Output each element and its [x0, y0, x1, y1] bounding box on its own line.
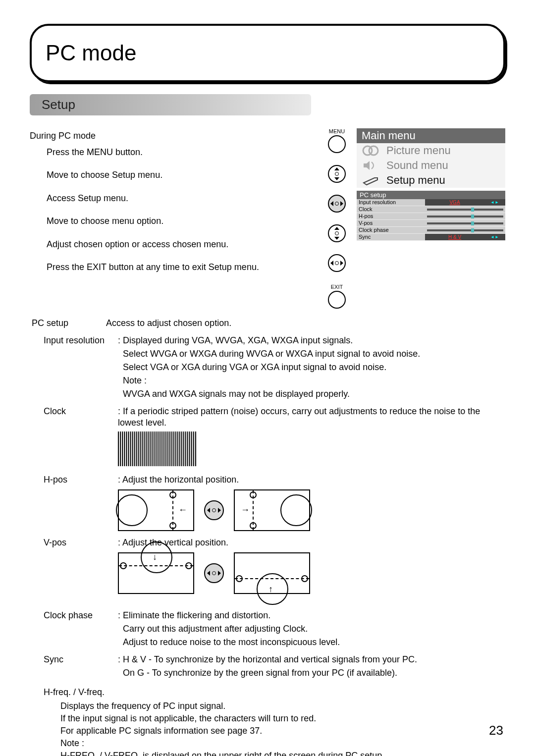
osd-row: Clock [357, 206, 505, 213]
menu-button-icon [328, 135, 346, 153]
updown-button-icon [328, 165, 346, 183]
sound-icon [359, 160, 382, 171]
page-title: PC mode [46, 41, 136, 65]
step-4: Adjust chosen option or access chosen me… [30, 239, 317, 250]
osd-item-setup: Setup menu [357, 173, 505, 188]
svg-point-1 [369, 146, 378, 155]
hpos-illustration: ← → [118, 489, 505, 531]
osd-pc-setup-title: PC setup [357, 191, 505, 199]
osd-item-picture: Picture menu [357, 143, 505, 158]
clock-noise-illustration [118, 432, 197, 466]
menu-label: MENU [328, 128, 346, 134]
osd-row: Clock phase [357, 227, 505, 234]
osd-row: SyncH & V◄► [357, 234, 505, 241]
osd-row: Input resolutionVGA◄► [357, 199, 505, 206]
updown-button-icon-2 [328, 224, 346, 242]
leftright-button-icon-2 [328, 254, 346, 272]
def-hfreq-label: H-freq. / V-freq. [44, 687, 505, 698]
def-clock-label: Clock [30, 406, 118, 470]
def-hpos-label: H-pos [30, 474, 118, 533]
leftright-icon [204, 563, 224, 583]
section-title: Setup [30, 94, 311, 115]
osd-item-sound: Sound menu [357, 158, 505, 173]
def-pc-setup-body: Access to adjust chosen option. [106, 318, 505, 329]
step-1: Press the MENU button. [30, 147, 317, 158]
osd-item-label: Setup menu [386, 174, 445, 187]
osd-pc-setup-table: Input resolutionVGA◄► Clock H-pos V-pos … [357, 199, 505, 241]
osd-main-title: Main menu [357, 128, 505, 143]
def-pc-setup-label: PC setup [30, 318, 106, 331]
osd-graphic: Main menu Picture menu Sound menu Setup … [357, 128, 505, 309]
leftright-button-icon [328, 195, 346, 213]
page-number: 23 [489, 723, 503, 738]
exit-label: EXIT [328, 284, 346, 290]
leftright-icon [204, 500, 224, 520]
vpos-illustration: ↓ ↑ [118, 552, 505, 594]
def-inputres-label: Input resolution [30, 335, 118, 402]
picture-icon [359, 145, 382, 157]
exit-button-icon [328, 291, 346, 309]
osd-row: H-pos [357, 213, 505, 220]
step-3: Access Setup menu. [30, 193, 317, 204]
def-sync-label: Sync [30, 654, 118, 681]
osd-item-label: Sound menu [386, 159, 448, 172]
button-icon-column: MENU EXIT [325, 128, 349, 309]
def-vpos-label: V-pos [30, 537, 118, 596]
step-5: Move to choose menu option. [30, 216, 317, 227]
osd-item-label: Picture menu [386, 144, 451, 157]
page-title-frame: PC mode [30, 24, 505, 82]
svg-marker-2 [364, 161, 370, 170]
step-6: Press the EXIT button at any time to exi… [30, 262, 317, 273]
def-clockphase-label: Clock phase [30, 610, 118, 650]
step-2: Move to choose Setup menu. [30, 169, 317, 181]
lead-text: During PC mode [30, 130, 317, 142]
setup-icon [359, 174, 382, 186]
osd-row: V-pos [357, 220, 505, 227]
